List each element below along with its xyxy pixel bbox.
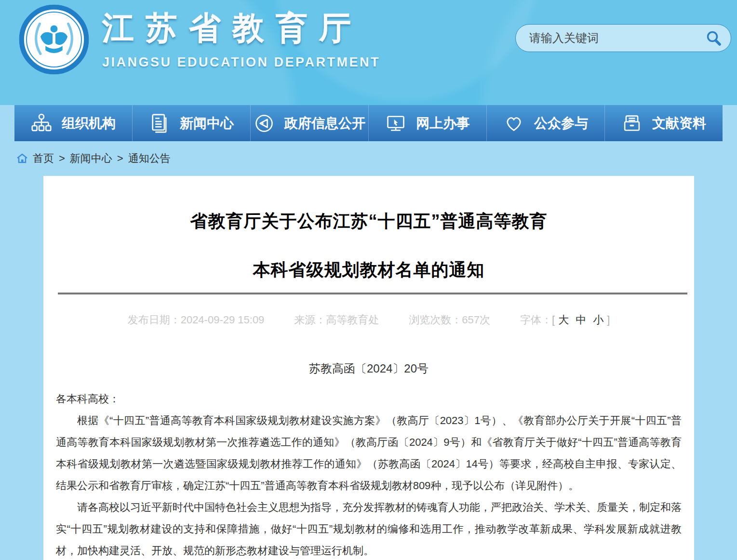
news-doc-icon: [149, 113, 170, 134]
nav-label: 网上办事: [416, 114, 470, 133]
views-label: 浏览次数：: [409, 313, 462, 327]
nav-label: 组织机构: [62, 114, 116, 133]
font-size-small-button[interactable]: 小: [590, 313, 607, 327]
breadcrumb: 首页 > 新闻中心 > 通知公告: [0, 141, 737, 176]
online-services-monitor-icon: [385, 113, 406, 134]
bracket-close: ]: [607, 314, 610, 326]
article-body: 各本科高校： 根据《“十四五”普通高等教育本科国家级规划教材建设实施方案》（教高…: [56, 388, 682, 560]
title-divider: [58, 293, 687, 294]
article-title-line2: 本科省级规划教材名单的通知: [43, 258, 694, 282]
breadcrumb-separator: >: [59, 152, 65, 165]
info-disclosure-icon: [254, 113, 275, 134]
publish-date-label: 发布日期：: [128, 313, 181, 327]
salutation: 各本科高校：: [56, 388, 682, 410]
nav-label: 公众参与: [534, 114, 588, 133]
nav-label: 政府信息公开: [284, 114, 365, 133]
paragraph: 根据《“十四五”普通高等教育本科国家级规划教材建设实施方案》（教高厅〔2023〕…: [56, 410, 682, 496]
nav-item-public-participation[interactable]: 公众参与: [487, 105, 605, 141]
breadcrumb-item-notices[interactable]: 通知公告: [128, 151, 171, 166]
breadcrumb-item-news-center[interactable]: 新闻中心: [70, 151, 112, 166]
jiangsu-education-emblem[interactable]: [18, 4, 90, 75]
font-size-label: 字体：: [520, 313, 552, 327]
search-icon[interactable]: [706, 30, 722, 46]
nav-label: 新闻中心: [180, 114, 234, 133]
nav-item-organization[interactable]: 组织机构: [14, 105, 133, 141]
source-value: 高等教育处: [326, 313, 379, 327]
article-container: 省教育厅关于公布江苏“十四五”普通高等教育 本科省级规划教材名单的通知 发布日期…: [43, 176, 694, 560]
search-input[interactable]: [528, 31, 706, 45]
main-nav: 组织机构 新闻中心 政府信息公开 网上办事 公众参与: [14, 105, 723, 141]
views-value: 657次: [462, 313, 490, 327]
font-size-large-button[interactable]: 大: [555, 313, 572, 327]
org-chart-icon: [31, 113, 52, 134]
source-label: 来源：: [294, 313, 326, 327]
nav-label: 文献资料: [652, 114, 706, 133]
site-subtitle: JIANGSU EDUCATION DEPARTMENT: [102, 55, 380, 70]
site-header: 江苏省教育厅 JIANGSU EDUCATION DEPARTMENT: [0, 0, 737, 105]
article-meta: 发布日期： 2024-09-29 15:09 来源： 高等教育处 浏览次数： 6…: [43, 313, 694, 327]
nav-item-news-center[interactable]: 新闻中心: [133, 105, 251, 141]
document-number: 苏教高函〔2024〕20号: [43, 361, 694, 376]
nav-item-documents[interactable]: 文献资料: [605, 105, 723, 141]
site-title: 江苏省教育厅: [102, 7, 380, 50]
home-icon: [16, 153, 28, 164]
emblem-graphic: [18, 4, 90, 75]
article-title-line1: 省教育厅关于公布江苏“十四五”普通高等教育: [43, 176, 694, 233]
archive-icon: [621, 113, 643, 134]
heart-icon: [503, 113, 524, 134]
nav-item-gov-info-disclosure[interactable]: 政府信息公开: [251, 105, 369, 141]
breadcrumb-item-home[interactable]: 首页: [33, 151, 54, 166]
publish-date: 2024-09-29 15:09: [181, 314, 265, 326]
font-size-medium-button[interactable]: 中: [572, 313, 590, 327]
breadcrumb-separator: >: [117, 152, 123, 165]
paragraph: 请各高校以习近平新时代中国特色社会主义思想为指导，充分发挥教材的铸魂育人功能，严…: [56, 496, 682, 560]
search-box: [515, 24, 731, 52]
nav-item-online-services[interactable]: 网上办事: [369, 105, 487, 141]
